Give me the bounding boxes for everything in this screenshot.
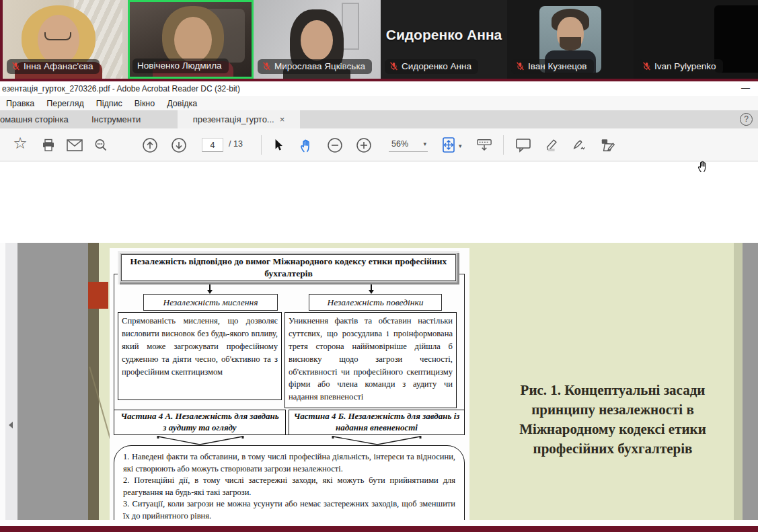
minimize-button[interactable]: — [741, 81, 750, 95]
connector-arrow-down [209, 284, 211, 291]
participant-name: Іван Кузнецов [528, 61, 587, 71]
menu-edit[interactable]: Правка [0, 99, 40, 108]
help-icon[interactable]: ? [740, 113, 753, 126]
definition-left: Спрямованість мислення, що дозволяє висл… [118, 312, 282, 400]
label-independence-of-mind: Незалежність мислення [143, 294, 278, 311]
print-icon[interactable] [40, 137, 56, 153]
zoom-level-value: 56% [391, 139, 408, 149]
muted-mic-icon [642, 62, 651, 71]
muted-mic-icon [262, 62, 271, 71]
participant-nameplate: Новіченко Людмила [132, 59, 229, 73]
tab-document-active[interactable]: презентація_гурто...× [178, 110, 300, 128]
page-total-label: / 13 [229, 139, 243, 149]
menu-view[interactable]: Перегляд [40, 99, 89, 108]
window-titlebar[interactable]: езентація_гурток_270326.pdf - Adobe Acro… [0, 81, 758, 96]
tab-close-icon[interactable]: × [280, 114, 285, 124]
diagram-panel: Незалежність відповідно до вимог Міжнаро… [110, 248, 469, 520]
part-4a-box: Частина 4 А. Незалежність для завдань з … [114, 410, 286, 435]
hand-cursor-pointer [696, 159, 710, 173]
toolbar-collapse-icon[interactable] [476, 137, 492, 153]
star-icon[interactable]: ☆ [12, 135, 28, 151]
list-item: 3. Ситуації, коли загрози не можна усуну… [123, 498, 455, 520]
participant-display-name: Сидоренко Анна [381, 27, 507, 43]
connector-arrow-down [371, 284, 372, 291]
participant-tile-sydorenko[interactable]: Сидоренко Анна Сидоренко Анна [381, 0, 507, 79]
tab-bar: омашня сторінка Інструменти презентація_… [0, 110, 758, 128]
comment-icon[interactable] [515, 137, 531, 153]
chevron-down-icon[interactable]: ▾ [459, 143, 462, 149]
tab-home[interactable]: омашня сторінка [0, 110, 75, 128]
stamp-icon[interactable] [600, 137, 616, 153]
muted-mic-icon [389, 62, 398, 71]
pane-collapse-arrow-icon[interactable] [9, 422, 13, 428]
participant-tiles: Інна Афанас'єва Новіченко Людмила [3, 0, 756, 79]
window-title: езентація_гурток_270326.pdf - Adobe Acro… [2, 84, 240, 93]
page-down-icon[interactable] [171, 137, 187, 153]
list-item: 1. Наведені факти та обставини, в тому ч… [123, 451, 455, 475]
zoom-in-icon[interactable] [356, 137, 372, 153]
chevron-down-icon: ▾ [423, 141, 426, 147]
participant-name: Інна Афанас'єва [24, 61, 93, 71]
pdf-page[interactable]: Незалежність відповідно до вимог Міжнаро… [88, 243, 743, 520]
part-4b-box: Частина 4 Б. Незалежність для завдань із… [289, 410, 465, 435]
participant-name: Сидоренко Анна [402, 61, 471, 71]
participant-nameplate: Іван Кузнецов [511, 59, 594, 74]
participant-nameplate: Мирослава Яцківська [258, 59, 372, 74]
participant-tile-pylypenko[interactable]: Ivan Pylypenko [634, 0, 758, 79]
funnel-connectors [114, 436, 465, 445]
acrobat-window: езентація_гурток_270326.pdf - Adobe Acro… [0, 81, 758, 526]
zoom-level-control[interactable]: 56% ▾ [389, 138, 428, 152]
participant-tile-myroslava[interactable]: Мирослава Яцківська [254, 0, 381, 79]
fill-sign-icon[interactable] [572, 137, 588, 153]
zoom-video-strip: Інна Афанас'єва Новіченко Людмила [0, 0, 758, 81]
participant-name: Ivan Pylypenko [654, 61, 716, 71]
zoom-window-border [0, 526, 758, 532]
page-up-icon[interactable] [142, 137, 158, 153]
menu-sign[interactable]: Підпис [90, 99, 128, 108]
toolbar: ☆ 4 / 13 [0, 128, 758, 161]
participant-nameplate: Ivan Pylypenko [638, 59, 723, 74]
search-icon[interactable] [93, 137, 109, 153]
muted-mic-icon [11, 62, 20, 71]
hand-tool-icon[interactable] [298, 137, 314, 153]
label-independence-in-appearance: Незалежність поведінки [309, 294, 442, 311]
participant-name: Мирослава Яцківська [274, 61, 365, 71]
independence-requirements-list: 1. Наведені факти та обставини, в тому ч… [114, 445, 465, 520]
fit-width-icon[interactable] [441, 137, 457, 153]
participant-nameplate: Сидоренко Анна [385, 59, 478, 74]
menu-help[interactable]: Довідка [161, 99, 203, 108]
menu-window[interactable]: Вікно [128, 99, 161, 108]
participant-tile-kuznetsov[interactable]: Іван Кузнецов [507, 0, 634, 79]
email-icon[interactable] [67, 137, 83, 153]
definition-right: Уникнення фактів та обставин настільки с… [285, 312, 457, 408]
participant-name: Новіченко Людмила [137, 61, 222, 71]
menu-bar: Правка Перегляд Підпис Вікно Довідка [0, 96, 758, 110]
muted-mic-icon [516, 62, 525, 71]
participant-tile-novichenko-active-speaker[interactable]: Новіченко Людмила [128, 0, 254, 79]
document-area: Незалежність відповідно до вимог Міжнаро… [0, 243, 758, 520]
select-tool-icon[interactable] [270, 137, 287, 153]
highlight-icon[interactable] [543, 137, 560, 153]
figure-caption: Рис. 1. Концептуальні засади принципу не… [501, 381, 724, 459]
navigation-pane-collapsed[interactable] [5, 243, 17, 520]
diagram-title: Незалежність відповідно до вимог Міжнаро… [121, 254, 456, 281]
page-number-input[interactable]: 4 [202, 138, 223, 152]
participant-nameplate: Інна Афанас'єва [7, 59, 100, 74]
diagram-title-box: Незалежність відповідно до вимог Міжнаро… [118, 251, 459, 284]
zoom-out-icon[interactable] [327, 137, 343, 153]
screen: Інна Афанас'єва Новіченко Людмила [0, 0, 758, 532]
participant-tile-inna[interactable]: Інна Афанас'єва [3, 0, 128, 79]
slide-accent-square [88, 282, 108, 309]
tab-tools[interactable]: Інструменти [85, 110, 147, 128]
list-item: 2. Потенційні дії, в тому числі застереж… [123, 475, 455, 498]
tab-document-label: презентація_гурто... [193, 114, 274, 124]
